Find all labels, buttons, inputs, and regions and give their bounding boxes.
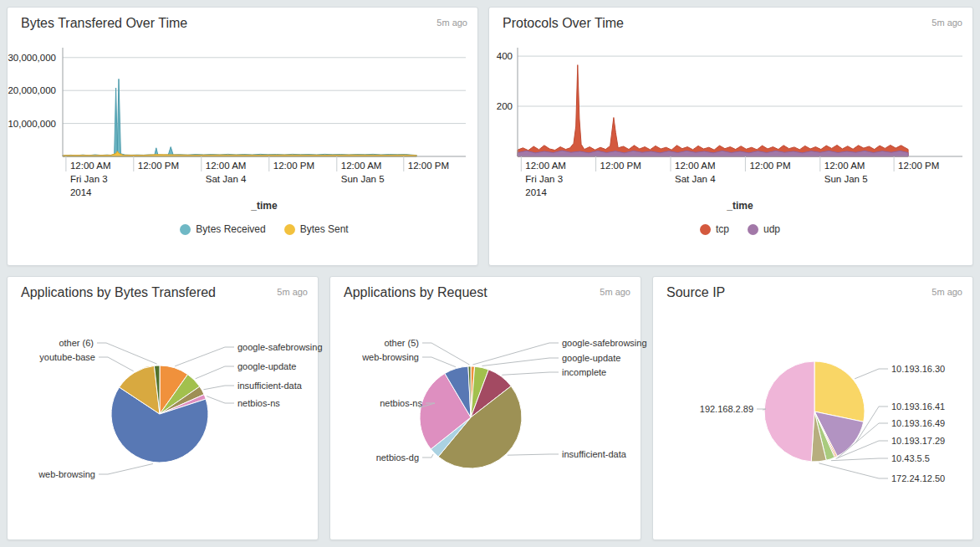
leader-line: [175, 347, 234, 366]
svg-text:Sat Jan 4: Sat Jan 4: [206, 174, 247, 184]
updated-ago-label: 5m ago: [932, 287, 962, 297]
leader-line: [99, 357, 134, 371]
panel-title: Bytes Transfered Over Time: [21, 16, 187, 31]
chart-legend: Bytes ReceivedBytes Sent: [63, 223, 466, 235]
leader-line: [819, 463, 888, 478]
pie-slice-label: 10.43.5.5: [891, 453, 930, 463]
leader-line: [422, 343, 469, 365]
legend-swatch: [748, 224, 758, 235]
updated-ago-label: 5m ago: [277, 287, 308, 297]
legend-swatch: [180, 224, 191, 235]
panel-title: Applications by Request: [344, 285, 487, 300]
applications-by-bytes-pie-chart[interactable]: google-safebrowsinggoogle-updateinsuffic…: [8, 310, 320, 519]
panel-title: Protocols Over Time: [503, 16, 624, 31]
svg-text:2014: 2014: [70, 187, 92, 197]
pie-slice-label: youtube-base: [39, 352, 95, 362]
pie-slice-label: netbios-ns: [237, 398, 280, 408]
svg-text:10,000,000: 10,000,000: [8, 119, 56, 129]
updated-ago-label: 5m ago: [600, 287, 630, 297]
svg-text:12:00 PM: 12:00 PM: [600, 161, 641, 171]
leader-line: [855, 369, 888, 379]
legend-item-tcp[interactable]: tcp: [700, 223, 729, 235]
panel-title: Source IP: [666, 285, 725, 300]
svg-text:2014: 2014: [525, 187, 547, 197]
svg-text:30,000,000: 30,000,000: [8, 53, 56, 63]
panel-applications-by-request: Applications by Request 5m ago google-sa…: [329, 276, 641, 540]
svg-text:Sat Jan 4: Sat Jan 4: [675, 174, 716, 184]
svg-text:Fri Jan 3: Fri Jan 3: [525, 174, 563, 184]
pie-slice-label: netbios-dg: [376, 452, 419, 463]
pie-slice-label: 172.24.12.50: [891, 473, 945, 483]
pie-slice-label: other (6): [59, 338, 94, 348]
legend-item-bytes-sent[interactable]: Bytes Sent: [284, 223, 349, 235]
pie-slice-label: web-browsing: [38, 469, 95, 479]
pie-slice-label: 10.193.16.41: [891, 401, 945, 412]
leader-line: [207, 396, 234, 403]
leader-line: [422, 357, 456, 367]
protocols-over-time-chart[interactable]: 20040012:00 AMFri Jan 3201412:00 PM12:00…: [489, 48, 974, 203]
x-axis-title: _time: [518, 200, 962, 212]
dashboard: Bytes Transfered Over Time 5m ago 10,000…: [0, 0, 980, 547]
legend-swatch: [700, 224, 711, 235]
leader-line: [472, 343, 559, 365]
panel-applications-by-bytes: Applications by Bytes Transfered 5m ago …: [7, 276, 319, 540]
pie-slice-label: 10.193.16.49: [891, 418, 945, 428]
svg-text:12:00 AM: 12:00 AM: [341, 161, 382, 171]
pie-slice-label: other (5): [384, 338, 419, 348]
svg-text:12:00 PM: 12:00 PM: [138, 161, 179, 171]
pie-slice-label: insufficient-data: [237, 381, 303, 391]
x-axis-title: _time: [63, 200, 466, 212]
leader-line: [508, 454, 559, 455]
svg-text:12:00 PM: 12:00 PM: [273, 161, 314, 171]
svg-text:12:00 AM: 12:00 AM: [824, 161, 865, 171]
svg-text:Sun Jan 5: Sun Jan 5: [341, 174, 385, 184]
svg-text:12:00 PM: 12:00 PM: [749, 161, 790, 171]
pie-slice-label: google-safebrowsing: [237, 342, 323, 352]
updated-ago-label: 5m ago: [436, 18, 467, 28]
leader-line: [757, 409, 766, 410]
legend-label: tcp: [716, 223, 729, 235]
svg-text:12:00 AM: 12:00 AM: [675, 161, 716, 171]
pie-slice-label: 10.193.17.29: [891, 436, 945, 446]
source-ip-pie-chart[interactable]: 10.193.16.3010.193.16.4110.193.16.4910.1…: [653, 310, 974, 519]
pie-slice-label: 10.193.16.30: [891, 364, 945, 374]
svg-text:20,000,000: 20,000,000: [8, 85, 56, 95]
pie-slice-label: netbios-ns: [380, 398, 422, 408]
leader-line: [831, 458, 888, 461]
pie-slice-label: google-safebrowsing: [562, 338, 647, 348]
panel-title: Applications by Bytes Transfered: [21, 285, 216, 300]
svg-text:12:00 AM: 12:00 AM: [525, 161, 566, 171]
leader-line: [97, 343, 157, 364]
updated-ago-label: 5m ago: [932, 18, 962, 28]
pie-slice-label: 192.168.2.89: [700, 404, 753, 414]
svg-text:200: 200: [497, 101, 513, 111]
leader-line: [99, 464, 153, 475]
panel-bytes-transfered-over-time: Bytes Transfered Over Time 5m ago 10,000…: [7, 7, 478, 266]
panel-source-ip: Source IP 5m ago 10.193.16.3010.193.16.4…: [652, 276, 973, 540]
leader-line: [196, 366, 234, 379]
svg-text:12:00 AM: 12:00 AM: [70, 161, 111, 171]
legend-label: Bytes Sent: [300, 223, 349, 235]
pie-slice-label: incomplete: [562, 367, 606, 377]
bytes-over-time-chart[interactable]: 10,000,00020,000,00030,000,00012:00 AMFr…: [8, 48, 479, 203]
panel-protocols-over-time: Protocols Over Time 5m ago 20040012:00 A…: [488, 7, 973, 266]
svg-text:12:00 AM: 12:00 AM: [206, 161, 247, 171]
svg-text:Fri Jan 3: Fri Jan 3: [70, 174, 108, 184]
legend-label: udp: [763, 223, 780, 235]
pie-slice-label: web-browsing: [361, 352, 419, 362]
pie-slice-label: google-update: [237, 361, 296, 371]
pie-slice-label: google-update: [562, 353, 620, 363]
pie-slice-label: insufficient-data: [562, 449, 627, 459]
applications-by-request-pie-chart[interactable]: google-safebrowsinggoogle-updateincomple…: [330, 310, 642, 519]
legend-item-udp[interactable]: udp: [748, 223, 780, 235]
leader-line: [422, 454, 433, 458]
pie-slice-192.168.2.89[interactable]: [764, 361, 814, 462]
svg-text:12:00 PM: 12:00 PM: [898, 161, 939, 171]
leader-line: [203, 386, 234, 390]
legend-swatch: [284, 224, 295, 235]
legend-item-bytes-received[interactable]: Bytes Received: [180, 223, 265, 235]
legend-label: Bytes Received: [196, 223, 265, 235]
svg-text:400: 400: [497, 51, 513, 61]
svg-text:12:00 PM: 12:00 PM: [408, 161, 449, 171]
leader-line: [502, 372, 559, 375]
